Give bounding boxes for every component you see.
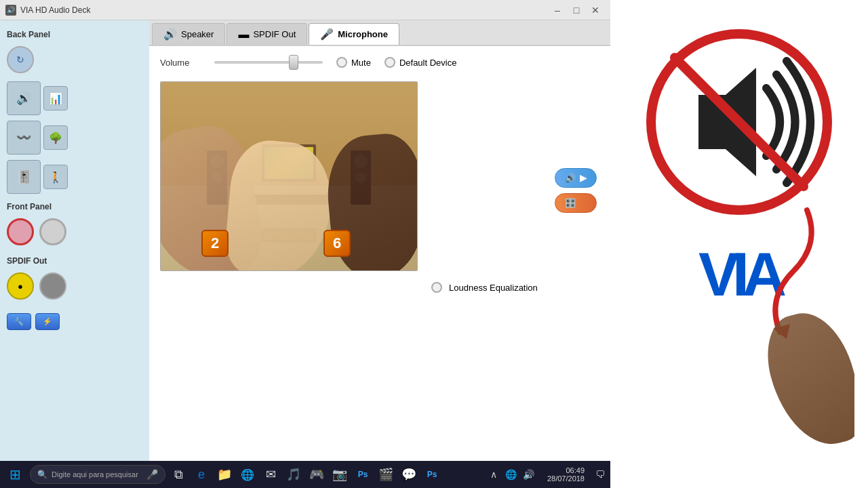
- default-device-label: Default Device: [399, 58, 457, 68]
- control-buttons: 🔊 ▶ 🎛️: [555, 168, 597, 213]
- search-placeholder: Digite aqui para pesquisar: [52, 470, 138, 479]
- window-title: VIA HD Audio Deck: [20, 5, 548, 15]
- ps-icon[interactable]: Ps: [353, 464, 373, 485]
- app-icon: 🔊: [5, 5, 16, 16]
- jack-black[interactable]: [39, 272, 66, 300]
- default-device-radio[interactable]: [384, 57, 395, 68]
- loudness-row: Loudness Equalization: [431, 282, 599, 293]
- notifications-icon[interactable]: 🗨: [593, 467, 608, 482]
- right-hands: [719, 278, 854, 447]
- taskbar: ⊞ 🔍 Digite aqui para pesquisar 🎤 ⧉ e 📁 🌐…: [0, 461, 610, 488]
- tab-speaker[interactable]: 🔊 Speaker: [152, 23, 225, 45]
- volume-slider-thumb[interactable]: [289, 55, 298, 70]
- settings-button[interactable]: 🎛️: [555, 193, 597, 213]
- sidebar-controls-row3: 🎚️ 🚶: [7, 160, 142, 194]
- badge-2-value: 2: [211, 235, 219, 252]
- ps2-icon[interactable]: Ps: [422, 464, 442, 485]
- volume-control[interactable]: 🔊: [7, 81, 41, 115]
- sidebar-icon2[interactable]: 🌳: [43, 125, 68, 150]
- sidebar-controls-row2: 〰️ 🌳: [7, 121, 142, 155]
- jack-blue[interactable]: ↻: [7, 46, 34, 73]
- volume-slider-track[interactable]: [214, 61, 323, 64]
- tab-microphone[interactable]: 🎤 Microphone: [309, 23, 399, 45]
- jack-yellow[interactable]: ●: [7, 272, 34, 300]
- sidebar: Back Panel ↻ 🔊 📊 〰️ 🌳 🎚️ 🚶 Front: [0, 20, 149, 488]
- loudness-radio[interactable]: [431, 282, 442, 293]
- app1-icon[interactable]: 🎵: [283, 464, 304, 485]
- eq-icon-btn[interactable]: 📊: [43, 86, 68, 110]
- jack-silver[interactable]: [39, 218, 66, 245]
- sidebar-controls-row1: 🔊 📊: [7, 81, 142, 115]
- clock-date: 28/07/2018: [547, 474, 585, 483]
- app3-icon[interactable]: 📷: [330, 464, 350, 485]
- tray-sound[interactable]: 🔊: [521, 467, 536, 482]
- right-side-panel: V I A: [610, 0, 868, 488]
- mute-label: Mute: [351, 58, 371, 68]
- bottom-buttons: 🔧 ⚡: [7, 313, 142, 330]
- start-button[interactable]: ⊞: [3, 462, 27, 487]
- front-panel-label: Front Panel: [7, 202, 142, 211]
- title-bar: 🔊 VIA HD Audio Deck – □ ✕: [0, 0, 610, 20]
- front-panel-jacks: [7, 218, 142, 245]
- eq2-control[interactable]: 🎚️: [7, 160, 41, 194]
- wave-control[interactable]: 〰️: [7, 121, 41, 155]
- speaker-tab-icon: 🔊: [163, 28, 177, 41]
- mute-option[interactable]: Mute: [336, 57, 371, 68]
- tab-spdif-label: SPDIF Out: [253, 29, 296, 39]
- close-button[interactable]: ✕: [586, 3, 605, 18]
- main-content: Back Panel ↻ 🔊 📊 〰️ 🌳 🎚️ 🚶 Front: [0, 20, 610, 488]
- minimize-button[interactable]: –: [548, 3, 567, 18]
- tab-microphone-label: Microphone: [338, 29, 388, 39]
- spdif-out-label: SPDIF Out: [7, 256, 142, 266]
- play-icon: 🔊: [565, 173, 576, 183]
- jack-pink[interactable]: [7, 218, 34, 245]
- tab-speaker-label: Speaker: [181, 29, 214, 39]
- hand-dark: [757, 304, 854, 447]
- taskview-icon[interactable]: ⧉: [168, 464, 189, 485]
- badge-2: 2: [201, 230, 229, 257]
- search-icon: 🔍: [37, 470, 47, 479]
- windows-logo-icon: ⊞: [9, 466, 21, 483]
- person-icon-btn[interactable]: 🚶: [43, 165, 68, 189]
- back-panel-label: Back Panel: [7, 30, 142, 39]
- volume-row: Volume Mute Default Device: [160, 57, 599, 68]
- app2-icon[interactable]: 🎮: [307, 464, 327, 485]
- volume-label: Volume: [160, 58, 201, 68]
- right-panel: 🔊 Speaker ▬ SPDIF Out 🎤 Microphone Volum…: [149, 20, 610, 488]
- play-arrow: ▶: [580, 173, 587, 183]
- lightning-button[interactable]: ⚡: [35, 313, 60, 330]
- video-icon[interactable]: 🎬: [376, 464, 396, 485]
- badge-6-value: 6: [333, 235, 341, 252]
- chrome-icon[interactable]: 🌐: [237, 464, 258, 485]
- panel-body: Volume Mute Default Device: [149, 46, 610, 488]
- badge-6: 6: [323, 230, 351, 257]
- loudness-label: Loudness Equalization: [449, 283, 538, 293]
- settings-icon: 🎛️: [565, 198, 576, 208]
- svg-line-1: [675, 58, 804, 186]
- tab-spdif[interactable]: ▬ SPDIF Out: [226, 23, 307, 45]
- room-visualization: 2 6: [160, 81, 418, 271]
- maximize-button[interactable]: □: [567, 3, 586, 18]
- no-sound-svg: [637, 20, 841, 224]
- tray-up-arrow[interactable]: ∧: [486, 467, 501, 482]
- tray-network[interactable]: 🌐: [504, 467, 519, 482]
- audio-window: 🔊 VIA HD Audio Deck – □ ✕ Back Panel ↻ 🔊…: [0, 0, 610, 488]
- whatsapp-icon[interactable]: 💬: [399, 464, 419, 485]
- spdif-jacks: ●: [7, 272, 142, 300]
- system-tray: ∧ 🌐 🔊: [484, 467, 539, 482]
- clock-time: 06:49: [547, 466, 585, 474]
- taskbar-clock[interactable]: 06:49 28/07/2018: [542, 466, 590, 483]
- play-button[interactable]: 🔊 ▶: [555, 168, 597, 188]
- back-panel-jacks: ↻: [7, 46, 142, 73]
- edge-icon[interactable]: e: [191, 464, 212, 485]
- tools-button[interactable]: 🔧: [7, 313, 31, 330]
- no-sound-symbol: [631, 14, 848, 230]
- taskbar-search[interactable]: 🔍 Digite aqui para pesquisar 🎤: [30, 465, 165, 484]
- explorer-icon[interactable]: 📁: [214, 464, 235, 485]
- tabs-bar: 🔊 Speaker ▬ SPDIF Out 🎤 Microphone: [149, 20, 610, 46]
- mail-icon[interactable]: ✉: [260, 464, 281, 485]
- mute-radio[interactable]: [336, 57, 347, 68]
- mic-tab-icon: 🎤: [320, 28, 334, 41]
- default-device-option[interactable]: Default Device: [384, 57, 457, 68]
- mic-icon: 🎤: [146, 469, 158, 480]
